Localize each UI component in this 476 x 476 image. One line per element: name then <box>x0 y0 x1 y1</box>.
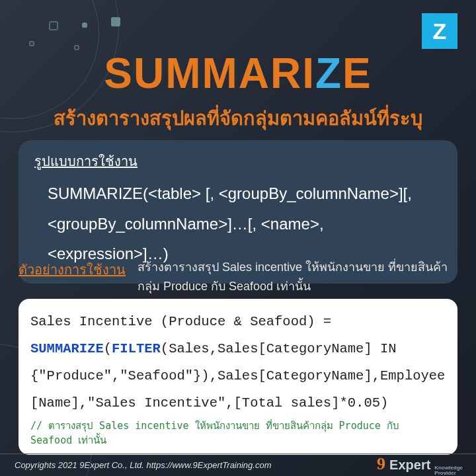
logo-expert: Expert <box>389 457 430 473</box>
comment-text: ตารางสรุป <box>48 421 99 432</box>
code-line-1: Sales Incentive (Produce & Seafood) = <box>30 308 446 335</box>
code-text: (Sales,Sales[CategoryName] IN <box>161 341 397 356</box>
code-keyword: FILTER <box>112 341 161 356</box>
title-part-1: SUMMARI <box>104 50 315 97</box>
page-subtitle: สร้างตารางสรุปผลที่จัดกลุ่มตามคอลัมน์ที่… <box>0 103 476 134</box>
comment-keyword: Produce <box>339 420 381 432</box>
series-badge: Z <box>422 13 457 49</box>
series-badge-letter: Z <box>433 19 447 44</box>
logo-tagline: Knowledge Provider <box>434 465 463 476</box>
brand-logo: 9Expert Knowledge Provider <box>377 454 463 476</box>
code-keyword: SUMMARIZE <box>30 341 104 356</box>
comment-text: เท่านั้น <box>72 436 106 447</box>
syntax-code: SUMMARIZE(<table> [, <groupBy_columnName… <box>34 178 442 269</box>
page-title: SUMMARIZE <box>0 49 476 98</box>
logo-tag-2: Provider <box>434 471 463 476</box>
example-label: ตัวอย่างการใช้งาน <box>19 258 126 280</box>
comment-text: กับ <box>381 421 399 432</box>
title-part-2: Z <box>315 50 342 97</box>
comment-keyword: Sales incentive <box>99 420 188 432</box>
copyright-text: Copyrights 2021 9Expert Co., Ltd. https:… <box>15 460 272 470</box>
code-box: Sales Incentive (Produce & Seafood) = SU… <box>19 299 457 455</box>
example-description: สร้างตารางสรุป Sales incentive ให้พนักงา… <box>138 258 457 296</box>
code-text: Sales Incentive (Produce & Seafood) = <box>30 314 331 329</box>
syntax-label: รูปแบบการใช้งาน <box>34 151 138 172</box>
title-part-3: E <box>342 50 372 97</box>
syntax-line-1: SUMMARIZE(<table> [, <groupBy_columnName… <box>48 178 442 209</box>
code-line-2: SUMMARIZE(FILTER(Sales,Sales[CategoryNam… <box>30 335 446 362</box>
code-line-3: {"Produce","Seafood"}),Sales[CategoryNam… <box>30 362 446 389</box>
footer: Copyrights 2021 9Expert Co., Ltd. https:… <box>0 454 476 476</box>
comment-text: ให้พนักงานขาย ที่ขายสินค้ากลุ่ม <box>189 421 339 432</box>
comment-prefix: // <box>30 420 48 432</box>
comment-keyword: Seafood <box>30 434 72 446</box>
code-comment: // ตารางสรุป Sales incentive ให้พนักงานข… <box>30 416 446 448</box>
code-line-4: [Name],"Sales Incentive",[Total sales]*0… <box>30 389 446 416</box>
page: Z SUMMARIZE สร้างตารางสรุปผลที่จัดกลุ่มต… <box>0 0 476 476</box>
logo-nine: 9 <box>377 454 385 474</box>
example-row: ตัวอย่างการใช้งาน สร้างตารางสรุป Sales i… <box>19 258 457 296</box>
code-text: ( <box>104 341 112 356</box>
